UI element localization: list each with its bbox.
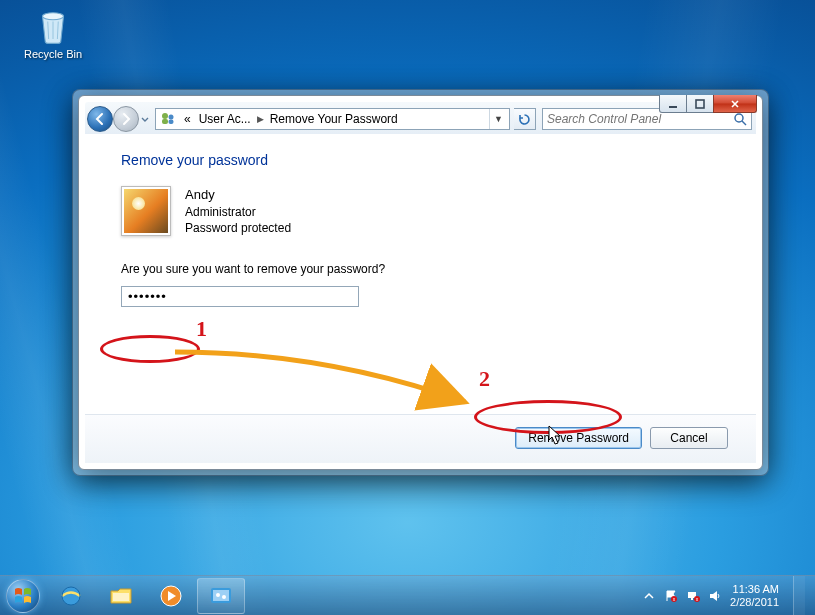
content-area: Remove your password Andy Administrator … [85, 134, 756, 307]
clock-time: 11:36 AM [730, 583, 779, 596]
network-icon[interactable]: x [686, 589, 700, 603]
maximize-button[interactable] [686, 95, 714, 113]
user-status: Password protected [185, 220, 291, 236]
recycle-bin-icon [32, 4, 74, 46]
svg-rect-4 [162, 119, 168, 124]
svg-point-5 [169, 115, 174, 120]
show-desktop-button[interactable] [793, 576, 805, 616]
cancel-button[interactable]: Cancel [650, 427, 728, 449]
search-input[interactable] [547, 112, 733, 126]
taskbar-ie[interactable] [47, 578, 95, 614]
user-name: Andy [185, 186, 291, 204]
back-button[interactable] [87, 106, 113, 132]
breadcrumb-root-glyph: « [180, 112, 195, 126]
close-icon [730, 99, 740, 109]
maximize-icon [695, 99, 705, 109]
svg-rect-11 [113, 593, 129, 601]
clock-date: 2/28/2011 [730, 596, 779, 609]
user-accounts-icon [160, 111, 176, 127]
refresh-icon [518, 113, 531, 126]
clock[interactable]: 11:36 AM 2/28/2011 [730, 583, 779, 608]
svg-point-3 [162, 113, 168, 119]
svg-rect-1 [669, 106, 677, 108]
folder-icon [108, 583, 134, 609]
taskbar: x x 11:36 AM 2/28/2011 [0, 575, 815, 615]
avatar [121, 186, 171, 236]
recycle-bin-label: Recycle Bin [18, 48, 88, 60]
taskbar-explorer[interactable] [97, 578, 145, 614]
recycle-bin[interactable]: Recycle Bin [18, 4, 88, 60]
start-orb-icon [6, 579, 40, 613]
svg-rect-6 [169, 120, 174, 125]
control-panel-icon [208, 583, 234, 609]
svg-rect-2 [696, 100, 704, 108]
navigation-toolbar: « User Ac... ▶ Remove Your Password ▼ [85, 102, 756, 134]
svg-point-16 [216, 593, 220, 597]
windows-logo-icon [13, 586, 33, 606]
remove-password-button[interactable]: Remove Password [515, 427, 642, 449]
close-button[interactable] [713, 95, 757, 113]
forward-arrow-icon [119, 112, 133, 126]
avatar-image [124, 189, 168, 233]
command-bar: Remove Password Cancel [85, 414, 756, 463]
flag-icon[interactable]: x [664, 589, 678, 603]
caption-buttons [660, 95, 757, 113]
svg-rect-15 [213, 590, 229, 601]
confirmation-prompt: Are you sure you want to remove your pas… [121, 262, 720, 276]
user-summary: Andy Administrator Password protected [121, 186, 720, 236]
minimize-icon [668, 99, 678, 109]
back-arrow-icon [93, 112, 107, 126]
svg-point-17 [222, 595, 226, 599]
forward-button[interactable] [113, 106, 139, 132]
search-icon [733, 112, 747, 126]
taskbar-control-panel[interactable] [197, 578, 245, 614]
svg-line-8 [742, 121, 746, 125]
svg-point-7 [735, 114, 743, 122]
minimize-button[interactable] [659, 95, 687, 113]
ie-icon [58, 583, 84, 609]
address-dropdown-icon[interactable]: ▼ [489, 109, 507, 129]
breadcrumb-seg2[interactable]: Remove Your Password [266, 112, 402, 126]
system-tray: x x 11:36 AM 2/28/2011 [642, 576, 809, 616]
taskbar-wmp[interactable] [147, 578, 195, 614]
svg-rect-21 [691, 598, 693, 600]
tray-chevron-icon[interactable] [642, 589, 656, 603]
nav-history-dropdown-icon[interactable] [139, 109, 151, 129]
breadcrumb-seg1[interactable]: User Ac... [195, 112, 255, 126]
volume-icon[interactable] [708, 589, 722, 603]
address-bar[interactable]: « User Ac... ▶ Remove Your Password ▼ [155, 108, 510, 130]
refresh-button[interactable] [514, 108, 536, 130]
page-title: Remove your password [121, 152, 720, 168]
control-panel-window: « User Ac... ▶ Remove Your Password ▼ Re… [78, 95, 763, 470]
user-role: Administrator [185, 204, 291, 220]
start-button[interactable] [0, 576, 46, 616]
svg-point-0 [43, 13, 64, 20]
chevron-right-icon: ▶ [255, 114, 266, 124]
password-input[interactable] [121, 286, 359, 307]
wmp-icon [158, 583, 184, 609]
